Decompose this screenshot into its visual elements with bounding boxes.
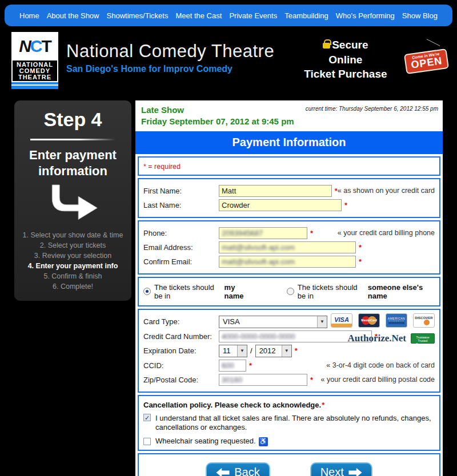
open-sign: Come in We're OPEN bbox=[404, 49, 449, 74]
logo-letter-t: T bbox=[42, 37, 51, 56]
card-section: VISA MasterCard AMERICAN EXPRESS DISCOVE… bbox=[138, 309, 440, 393]
required-asterisk: * bbox=[310, 229, 313, 237]
radio-my-name[interactable]: The tickets should be in my name bbox=[143, 283, 252, 300]
zip-label: Zip/Postal Code: bbox=[143, 376, 219, 384]
arrow-right-icon bbox=[348, 468, 362, 476]
back-button[interactable]: Back bbox=[206, 462, 270, 476]
step-item-4-active: 4. Enter your payment info bbox=[20, 261, 126, 271]
logo-word-theatre: THEATRE bbox=[13, 74, 57, 80]
expiration-separator: / bbox=[250, 346, 252, 355]
required-asterisk: * bbox=[249, 361, 252, 370]
nav-item-performing[interactable]: Who's Performing bbox=[336, 11, 395, 20]
card-number-value: 4000-0000-0000-0000 bbox=[222, 332, 295, 341]
confirm-email-input[interactable]: matt@silvsoft-api.com bbox=[219, 256, 356, 268]
phone-label: Phone: bbox=[143, 229, 219, 237]
discover-card-icon: DISCOVER bbox=[413, 313, 435, 328]
expiration-year-value: 2012 bbox=[256, 346, 282, 355]
next-button-label: Next bbox=[320, 466, 344, 476]
trustwave-badge: Trustwave Trusted Commerce bbox=[411, 333, 435, 344]
chevron-down-icon[interactable]: ▼ bbox=[282, 345, 291, 357]
first-name-input[interactable] bbox=[219, 185, 332, 197]
radio-my-name-bold: my name bbox=[225, 283, 252, 300]
nav-item-private-events[interactable]: Private Events bbox=[229, 11, 277, 20]
curved-arrow-icon bbox=[42, 182, 105, 225]
name-section: First Name: * « as shown on your credit … bbox=[138, 178, 440, 218]
next-button[interactable]: Next bbox=[310, 462, 372, 476]
show-datetime: Friday September 07, 2012 at 9:45 pm bbox=[141, 116, 294, 127]
expiration-label: Expiration Date: bbox=[143, 346, 219, 355]
radio-unselected-icon[interactable] bbox=[287, 288, 294, 295]
cancellation-section: Cancellation policy. Please check to ack… bbox=[138, 395, 440, 451]
main-panel: Late Show Friday September 07, 2012 at 9… bbox=[135, 100, 443, 476]
discover-orange-circle bbox=[424, 320, 430, 325]
chevron-down-icon[interactable]: ▼ bbox=[237, 345, 247, 357]
visa-gold-bar bbox=[331, 324, 352, 327]
expiration-month-select[interactable]: 11 ▼ bbox=[219, 345, 247, 357]
nav-item-cast[interactable]: Meet the Cast bbox=[175, 11, 222, 20]
step-item-3: 3. Review your selection bbox=[20, 251, 126, 261]
amex-bar bbox=[388, 321, 404, 324]
nav-item-teambuilding[interactable]: Teambuilding bbox=[284, 11, 328, 20]
nav-item-showtimes[interactable]: Showtimes/Tickets bbox=[107, 11, 169, 20]
card-type-label: Card Type: bbox=[143, 317, 219, 326]
step-divider bbox=[30, 139, 115, 140]
wheelchair-checkbox-unchecked[interactable] bbox=[143, 438, 151, 445]
wheelchair-text: Wheelchair seating requested. bbox=[155, 437, 256, 446]
radio-selected-icon[interactable] bbox=[143, 288, 151, 295]
required-asterisk: * bbox=[310, 376, 313, 384]
authorize-net-logo: Authorize.Net bbox=[348, 333, 406, 344]
mastercard-text: MasterCard bbox=[359, 318, 379, 322]
show-name: Late Show bbox=[141, 104, 294, 116]
required-asterisk: * bbox=[359, 243, 362, 252]
confirm-email-label: Confirm Email: bbox=[143, 257, 219, 266]
first-name-label: First Name: bbox=[143, 187, 219, 195]
ccid-input[interactable]: 600 bbox=[219, 360, 246, 372]
nav-item-about[interactable]: About the Show bbox=[47, 11, 99, 20]
phone-value: 2093945687 bbox=[222, 229, 263, 237]
required-asterisk: * bbox=[344, 201, 347, 209]
visa-text: VISA bbox=[331, 316, 352, 323]
mastercard-card-icon: MasterCard bbox=[358, 313, 380, 328]
arrow-left-icon bbox=[216, 468, 230, 476]
secure-line3: Ticket Purchase bbox=[304, 67, 387, 82]
visa-card-icon: VISA bbox=[331, 313, 352, 328]
page: { "nav": { "items": ["Home", "About the … bbox=[0, 0, 457, 476]
expiration-year-select[interactable]: 2012 ▼ bbox=[255, 345, 292, 357]
lock-icon bbox=[323, 43, 330, 49]
step-title: Step 4 bbox=[20, 108, 126, 131]
radio-someone-else[interactable]: The tickets should be in someone else's … bbox=[287, 283, 435, 300]
final-sales-checkbox-checked[interactable]: ✓ bbox=[143, 414, 151, 421]
email-value: matt@silvsoft-api.com bbox=[222, 243, 295, 252]
first-name-hint: « as shown on your credit card bbox=[338, 187, 435, 195]
step-subtitle: Enter payment information bbox=[20, 147, 126, 179]
site-tagline: San Diego's Home for Improv Comedy bbox=[66, 64, 274, 74]
current-time: current time: Thursday September 6, 2012… bbox=[306, 104, 438, 128]
ticket-name-section: The tickets should be in my name The tic… bbox=[138, 277, 440, 306]
steps-list: 1. Select your show date & time 2. Selec… bbox=[20, 230, 126, 292]
contact-section: Phone: 2093945687 * « your credit card b… bbox=[138, 220, 440, 275]
phone-input[interactable]: 2093945687 bbox=[219, 227, 307, 239]
secure-line1: Secure bbox=[332, 39, 368, 51]
last-name-label: Last Name: bbox=[143, 201, 219, 209]
logo-stripe bbox=[11, 86, 58, 89]
nav-item-home[interactable]: Home bbox=[19, 11, 39, 20]
secure-purchase-label: Secure Online Ticket Purchase bbox=[304, 38, 387, 82]
zip-hint: « your credit card billing postal code bbox=[321, 376, 435, 384]
payment-logos: VISA MasterCard AMERICAN EXPRESS DISCOVE… bbox=[320, 313, 435, 344]
card-type-select[interactable]: VISA ▼ bbox=[219, 316, 327, 328]
logo-letter-c: C bbox=[30, 37, 42, 56]
top-nav: Home About the Show Showtimes/Tickets Me… bbox=[5, 5, 452, 26]
final-sales-row: ✓ I understand that all ticket sales are… bbox=[143, 414, 435, 433]
nct-logo-mark: NCT bbox=[11, 32, 58, 60]
required-asterisk: * bbox=[295, 346, 298, 355]
required-note-section: * = required bbox=[138, 156, 440, 176]
card-type-value: VISA bbox=[219, 317, 317, 326]
nav-item-blog[interactable]: Show Blog bbox=[402, 11, 438, 20]
final-sales-text: I understand that all ticket sales are f… bbox=[155, 414, 435, 433]
email-input[interactable]: matt@silvsoft-api.com bbox=[219, 241, 356, 253]
step-sidebar: Step 4 Enter payment information 1. Sele… bbox=[14, 100, 131, 301]
open-sign-string bbox=[427, 39, 440, 46]
ccid-label: CCID: bbox=[143, 361, 219, 370]
last-name-input[interactable] bbox=[219, 199, 342, 211]
zip-input[interactable]: 30160 bbox=[219, 374, 307, 386]
